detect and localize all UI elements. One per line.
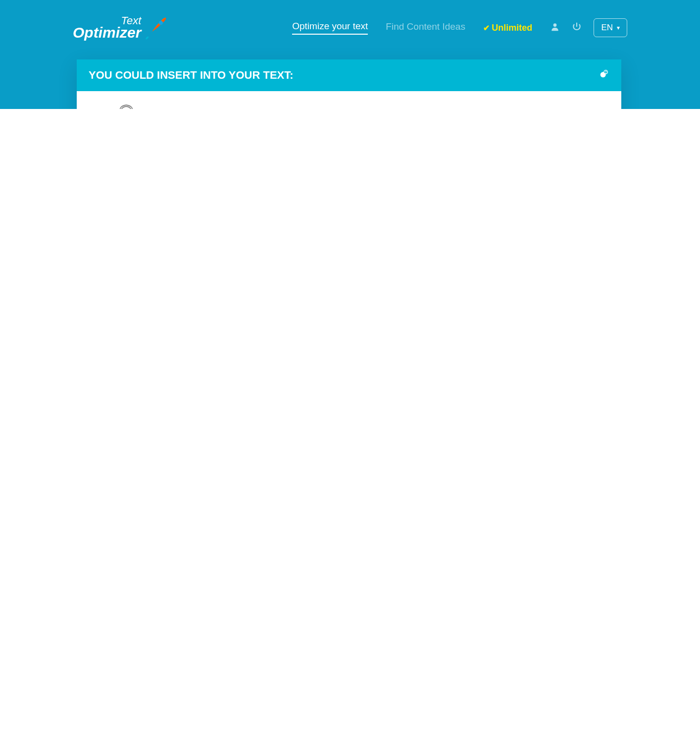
logo[interactable]: Text Optimizer [73, 15, 169, 41]
logo-text-bottom: Optimizer [73, 25, 141, 40]
help-icon[interactable]: ? [599, 68, 609, 82]
nav-icons: EN ▾ [550, 18, 627, 37]
nav-optimize[interactable]: Optimize your text [292, 21, 368, 35]
logo-text: Text Optimizer [73, 15, 141, 40]
svg-text:?: ? [605, 70, 607, 74]
chevron-down-icon: ▾ [617, 24, 620, 31]
nav-ideas[interactable]: Find Content Ideas [386, 21, 465, 34]
card-title: YOU COULD INSERT INTO YOUR TEXT: [89, 69, 294, 82]
language-select[interactable]: EN ▾ [594, 18, 627, 37]
card-body: Add 15 to 25 of these words in your text… [77, 91, 621, 109]
illustration [89, 102, 168, 109]
suggestions-card: YOU COULD INSERT INTO YOUR TEXT: ? Add 1… [77, 59, 621, 109]
svg-point-1 [553, 23, 557, 27]
nav: Text Optimizer Optimize your text Find C… [43, 15, 657, 41]
nav-unlimited[interactable]: Unlimited [483, 23, 532, 33]
user-icon[interactable] [550, 22, 560, 34]
card-header: YOU COULD INSERT INTO YOUR TEXT: ? [77, 59, 621, 91]
power-icon[interactable] [572, 22, 582, 34]
svg-point-0 [159, 21, 163, 25]
rocket-icon [143, 15, 169, 41]
language-label: EN [601, 23, 613, 33]
svg-point-5 [120, 106, 132, 109]
nav-links: Optimize your text Find Content Ideas Un… [292, 21, 532, 35]
